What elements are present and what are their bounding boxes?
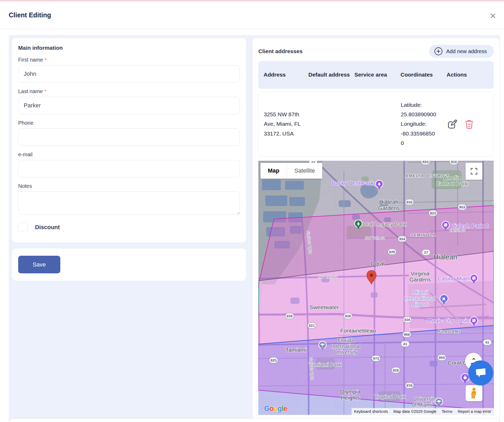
coordinates-cell: Latitude: 25.803890900 Longitude: -80.33… [401, 100, 447, 148]
notes-field-group: Notes [18, 183, 240, 215]
map-label-sweetwater: Sweetwater [309, 304, 339, 310]
latitude-value: 25.803890900 [401, 111, 436, 117]
edit-address-button[interactable] [447, 119, 458, 130]
map-label-hialeah-gardens: Gardens [378, 205, 400, 211]
map-label-nw-74th-st: NW 74th St [365, 236, 384, 240]
address-table-row: 3255 NW 87th Ave, Miami, FL 33172, USA L… [258, 92, 494, 157]
map-label-virginia-gardens: Virginia [411, 270, 429, 277]
actions-cell [447, 119, 488, 130]
chat-bubble-icon [475, 367, 487, 379]
map-label-hialeah-gardens: Hialeah [379, 199, 398, 205]
map-label-fiu: University [334, 349, 358, 355]
map-label-nw-41st-st: NW 41st St [318, 275, 337, 279]
svg-text:825: 825 [270, 358, 276, 362]
map-label-magic-city-casino: Magic City Casino [427, 317, 472, 324]
svg-text:821: 821 [309, 324, 315, 328]
notes-input[interactable] [18, 192, 240, 215]
map-label-tropical-park: Tropical Park [374, 394, 406, 400]
svg-text:959: 959 [439, 356, 445, 360]
svg-text:836: 836 [345, 314, 351, 318]
svg-text:41: 41 [403, 342, 407, 346]
map-label-fiu: Florida [338, 338, 354, 343]
map-label-doral: Doral [371, 260, 384, 267]
svg-text:916: 916 [451, 161, 457, 164]
fullscreen-button[interactable] [466, 163, 482, 180]
svg-text:932: 932 [407, 200, 413, 204]
save-card: Save [12, 248, 246, 281]
longitude-value: -80.335968500 [401, 130, 435, 146]
phone-input[interactable] [18, 128, 240, 146]
addresses-header: Client addresses Add new address [258, 44, 494, 58]
map-label-flagami: FLAGAMI [438, 329, 461, 334]
map-label-miami-intl-airport: International [404, 295, 435, 301]
plus-circle-icon [434, 47, 443, 56]
map-label-university-of-miami: University [413, 396, 437, 402]
map-label-hialeah-park: Hialeah Park C [451, 223, 488, 229]
save-button[interactable]: Save [18, 256, 60, 273]
terms-link[interactable]: Terms [439, 408, 455, 415]
chat-widget-button[interactable] [468, 360, 493, 385]
svg-text:41: 41 [485, 340, 490, 344]
addresses-table-header: Address Default address Service area Coo… [258, 61, 494, 89]
client-addresses-title: Client addresses [258, 48, 303, 54]
next-section-edge [9, 418, 500, 422]
email-input[interactable] [18, 160, 240, 177]
google-map[interactable]: 27 924 916 932 953 823 934 826 27 836 83… [258, 161, 494, 415]
map-label-miami-intl-airport: Miami [412, 289, 427, 295]
map-label-hialeah: Hialeah [433, 253, 457, 261]
column-header-service-area: Service area [354, 71, 401, 79]
edit-pencil-icon [447, 119, 458, 130]
notes-label: Notes [18, 183, 32, 189]
email-field-group: e-mail [18, 152, 240, 177]
map-label-amelia-earhart-park: Earhart Park [436, 180, 468, 187]
map-label-fontainebleau: Fontainebleau [340, 328, 376, 334]
column-header-coordinates: Coordinates [401, 71, 447, 79]
google-logo[interactable]: Google [264, 405, 287, 413]
latitude-label: Latitude: [401, 102, 422, 108]
map-label-virginia-gardens: Gardens [409, 277, 431, 283]
map-label-seminola: SEMINOLA [411, 233, 436, 237]
svg-text:836: 836 [286, 314, 293, 318]
map-view-button[interactable]: Map [260, 163, 287, 179]
add-new-address-label: Add new address [446, 48, 487, 54]
satellite-view-button[interactable]: Satellite [287, 163, 322, 179]
map-label-e-25th-st: E 25th St [450, 228, 465, 233]
map-label-miami-intl-airport: Airport [412, 301, 428, 308]
content-panel: Main information First name* Last name* … [9, 35, 500, 422]
required-asterisk: * [45, 57, 46, 63]
delete-address-button[interactable] [464, 119, 474, 129]
report-map-error-link[interactable]: Report a map error [455, 408, 494, 415]
svg-text:934: 934 [399, 237, 405, 241]
add-new-address-button[interactable]: Add new address [429, 45, 494, 58]
first-name-label: First name [18, 57, 43, 63]
discount-row: Discount [18, 223, 240, 232]
close-icon[interactable]: ✕ [488, 11, 498, 21]
column-header-actions: Actions [447, 71, 488, 79]
map-label-amelia-earhart-park: Amelia [443, 175, 461, 181]
map-label-olympia-heights: Heights [341, 395, 360, 401]
phone-label: Phone [18, 120, 33, 126]
svg-text:968: 968 [404, 333, 410, 336]
pegman-button[interactable] [466, 385, 482, 401]
column-header-address: Address [264, 71, 308, 79]
phone-field-group: Phone [18, 120, 240, 146]
map-label-fiu: International [331, 343, 360, 349]
left-column: Main information First name* Last name* … [12, 38, 246, 422]
main-information-card: Main information First name* Last name* … [12, 38, 246, 243]
svg-text:826: 826 [393, 368, 399, 372]
keyboard-shortcuts-link[interactable]: Keyboard shortcuts [352, 408, 391, 415]
column-header-default-address: Default address [308, 71, 354, 79]
map-attribution: Keyboard shortcuts Map data ©2025 Google… [352, 408, 494, 415]
modal-header: Client Editing ✕ [0, 1, 504, 29]
svg-text:836: 836 [404, 318, 410, 322]
map-type-control: Map Satellite [260, 163, 322, 179]
discount-checkbox[interactable] [18, 223, 28, 232]
first-name-input[interactable] [18, 65, 240, 83]
last-name-label: Last name [18, 88, 43, 94]
svg-text:953: 953 [459, 205, 465, 209]
last-name-input[interactable] [18, 97, 240, 114]
longitude-label: Longitude: [401, 121, 427, 127]
last-name-field-group: Last name* [18, 88, 240, 114]
map-label-bucky-dent-park: Bucky Dent Park [332, 180, 373, 186]
email-label: e-mail [18, 152, 32, 157]
